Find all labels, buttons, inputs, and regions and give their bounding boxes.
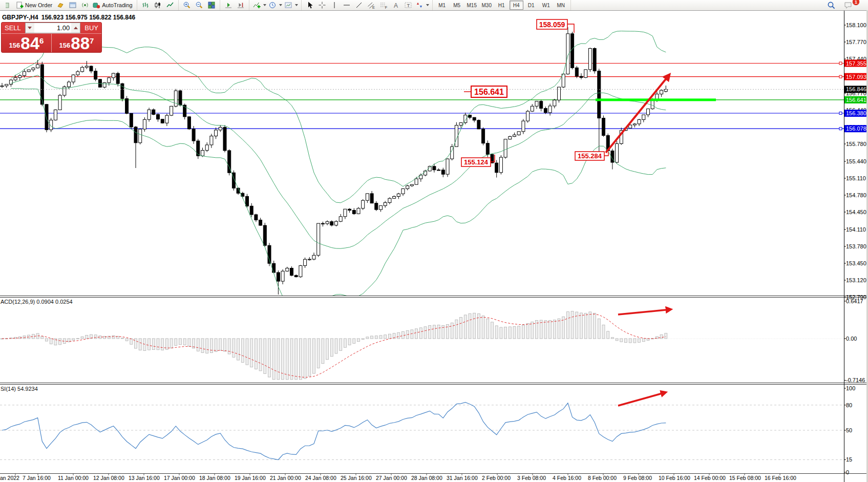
hline-marker[interactable] — [839, 75, 842, 78]
sell-price[interactable]: 156846 — [2, 34, 52, 52]
sell-price-pips: 84 — [20, 36, 39, 51]
signals-button[interactable] — [79, 1, 91, 10]
trend-arrows — [606, 75, 671, 406]
timeframe-m15[interactable]: M15 — [465, 1, 479, 10]
toolbar-group-line-studies: E F A T — [302, 0, 433, 10]
cursor-icon — [306, 1, 314, 9]
equidistant-channel-icon: E — [367, 1, 375, 9]
horizontal-line-tool-button[interactable] — [341, 1, 353, 10]
ohlc-values: 156.923 156.975 156.822 156.846 — [41, 14, 136, 21]
periods-button[interactable] — [267, 1, 283, 10]
tile-windows-button[interactable] — [205, 1, 218, 10]
metaeditor-button[interactable] — [54, 1, 67, 10]
terminal-button[interactable] — [67, 1, 79, 10]
indicators-icon — [252, 1, 261, 9]
buy-price-big-figure: 156 — [59, 41, 71, 49]
line-chart-button[interactable] — [164, 1, 176, 10]
market-watch-stub-icon[interactable] — [2, 1, 14, 10]
cursor-tool-button[interactable] — [304, 1, 316, 10]
timeframe-w1[interactable]: W1 — [539, 1, 553, 10]
trendline-tool-button[interactable] — [353, 1, 365, 10]
hline-marker[interactable] — [839, 112, 842, 115]
crosshair-tool-button[interactable] — [316, 1, 328, 10]
timeframe-m5[interactable]: M5 — [450, 1, 464, 10]
svg-text:155.110: 155.110 — [846, 175, 866, 181]
timeframe-d1[interactable]: D1 — [524, 1, 538, 10]
svg-text:15 Feb 08:00: 15 Feb 08:00 — [729, 475, 761, 481]
time-axis: an 20227 Jan 16:0011 Jan 00:0012 Jan 08:… — [0, 474, 796, 481]
arrows-tool-button[interactable] — [414, 1, 430, 10]
svg-text:10 Feb 16:00: 10 Feb 16:00 — [659, 475, 690, 481]
zoom-out-button[interactable] — [193, 1, 205, 10]
svg-text:0.6417: 0.6417 — [846, 298, 863, 304]
bollinger-upper — [11, 31, 666, 203]
green-trend-segment[interactable] — [596, 98, 716, 101]
buy-button[interactable]: BUY — [81, 23, 101, 33]
candlestick-chart-button[interactable] — [152, 1, 164, 10]
zoom-out-icon — [195, 1, 203, 9]
auto-scroll-button[interactable] — [222, 1, 235, 10]
svg-text:155.124: 155.124 — [464, 158, 489, 166]
trend-arrow-main[interactable] — [606, 75, 669, 153]
trend-arrow-rsi[interactable] — [618, 392, 666, 406]
hline-marker[interactable] — [839, 62, 842, 65]
notifications-button[interactable]: 1 — [842, 1, 855, 10]
new-order-button[interactable]: New Order — [14, 1, 54, 10]
svg-text:153.120: 153.120 — [846, 277, 866, 283]
line-chart-icon — [166, 1, 174, 9]
templates-button[interactable] — [283, 1, 299, 10]
bollinger-lower — [11, 88, 666, 321]
rsi-levels — [0, 405, 844, 460]
svg-text:28 Jan 08:00: 28 Jan 08:00 — [411, 475, 442, 481]
svg-text:3 Feb 08:00: 3 Feb 08:00 — [517, 475, 546, 481]
timeframe-m1[interactable]: M1 — [435, 1, 449, 10]
timeframe-h4[interactable]: H4 — [510, 1, 523, 10]
svg-text:156.641: 156.641 — [846, 97, 866, 103]
autotrading-button[interactable]: AutoTrading — [91, 1, 135, 10]
svg-text:80: 80 — [846, 402, 852, 408]
new-order-icon — [15, 1, 24, 9]
svg-text:157.770: 157.770 — [846, 39, 866, 45]
svg-text:0: 0 — [846, 469, 849, 475]
svg-text:156.846: 156.846 — [846, 86, 866, 92]
text-label-tool-button[interactable]: T — [402, 1, 414, 10]
sell-button[interactable]: SELL — [2, 23, 24, 33]
text-label-icon: T — [404, 1, 412, 9]
macd-histogram — [0, 311, 844, 380]
tile-windows-icon — [207, 1, 216, 9]
svg-text:25 Jan 16:00: 25 Jan 16:00 — [341, 475, 372, 481]
volume-decrease-button[interactable] — [26, 23, 34, 33]
svg-text:155.440: 155.440 — [846, 158, 866, 164]
zoom-in-icon — [183, 1, 191, 9]
timeframe-m30[interactable]: M30 — [480, 1, 494, 10]
chart-shift-button[interactable] — [235, 1, 247, 10]
channel-tool-button[interactable]: E — [365, 1, 377, 10]
svg-text:16 Feb 16:00: 16 Feb 16:00 — [765, 475, 796, 481]
indicators-button[interactable] — [251, 1, 267, 10]
zoom-in-button[interactable] — [181, 1, 193, 10]
buy-price[interactable]: 156887 — [52, 34, 101, 52]
clock-icon — [268, 1, 277, 9]
symbol-period-label: GBPJPY-,H4 — [2, 14, 38, 21]
svg-text:21 Jan 00:00: 21 Jan 00:00 — [270, 475, 301, 481]
trend-arrow-macd[interactable] — [618, 309, 671, 315]
fibonacci-tool-button[interactable]: F — [377, 1, 390, 10]
toolbar-group-zoom — [179, 0, 220, 10]
text-tool-button[interactable]: A — [390, 1, 402, 10]
volume-increase-button[interactable] — [71, 23, 80, 33]
hline-marker[interactable] — [839, 128, 842, 130]
pane-frames — [0, 10, 868, 482]
bar-chart-button[interactable] — [139, 1, 152, 10]
vertical-line-tool-button[interactable] — [328, 1, 341, 10]
svg-text:27 Jan 00:00: 27 Jan 00:00 — [376, 475, 407, 481]
search-button[interactable] — [825, 1, 837, 10]
toolbar-group-chart-type — [137, 0, 179, 10]
chat-bubble-icon — [844, 1, 853, 9]
bar-chart-icon — [141, 1, 150, 9]
timeframe-mn[interactable]: MN — [554, 1, 568, 10]
timeframe-h1[interactable]: H1 — [495, 1, 509, 10]
quote-line: GBPJPY-,H4156.923 156.975 156.822 156.84… — [2, 14, 138, 21]
volume-input[interactable] — [34, 23, 71, 33]
chart-canvas[interactable]: 158.059156.641155.124155.284158.100157.7… — [0, 10, 868, 482]
svg-text:an 2022: an 2022 — [0, 475, 19, 481]
